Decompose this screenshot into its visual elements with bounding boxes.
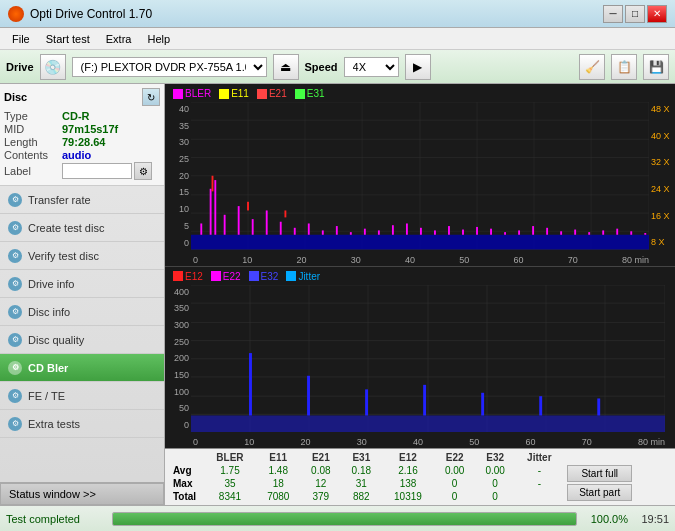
legend-e31-label: E31 xyxy=(307,88,325,99)
svg-rect-45 xyxy=(560,231,562,234)
sidebar-item-transfer-rate[interactable]: ⚙ Transfer rate xyxy=(0,186,164,214)
label-browse-button[interactable]: ⚙ xyxy=(134,162,152,180)
disc-length-key: Length xyxy=(4,136,62,148)
save-button[interactable]: 💾 xyxy=(643,54,669,80)
speed-select[interactable]: 4X xyxy=(344,57,399,77)
avg-e11: 1.48 xyxy=(256,464,301,477)
drive-label: Drive xyxy=(6,61,34,73)
data-table-container: BLER E11 E21 E31 E12 E22 E32 Jitter Avg xyxy=(165,448,675,505)
svg-rect-23 xyxy=(252,219,254,235)
svg-rect-43 xyxy=(532,226,534,235)
menu-help[interactable]: Help xyxy=(139,31,178,47)
sidebar-status: Status window >> xyxy=(0,482,164,505)
max-e21: 12 xyxy=(301,477,342,490)
verify-test-disc-icon: ⚙ xyxy=(8,249,22,263)
disc-mid-row: MID 97m15s17f xyxy=(4,123,160,135)
sidebar-item-cd-bler[interactable]: ⚙ CD Bler xyxy=(0,354,164,382)
svg-rect-49 xyxy=(616,229,618,235)
start-part-button[interactable]: Start part xyxy=(567,484,632,501)
avg-e21: 0.08 xyxy=(301,464,342,477)
disc-refresh-button[interactable]: ↻ xyxy=(142,88,160,106)
svg-rect-40 xyxy=(490,229,492,235)
label-input[interactable] xyxy=(62,163,132,179)
svg-rect-24 xyxy=(266,210,268,234)
svg-rect-48 xyxy=(602,230,604,234)
sidebar-item-extra-tests[interactable]: ⚙ Extra tests xyxy=(0,410,164,438)
svg-rect-29 xyxy=(336,226,338,235)
chart2-legend: E12 E22 E32 Jitter xyxy=(173,271,320,282)
svg-rect-79 xyxy=(597,398,600,415)
svg-rect-42 xyxy=(518,230,520,234)
title-bar: Opti Drive Control 1.70 ─ □ ✕ xyxy=(0,0,675,28)
close-button[interactable]: ✕ xyxy=(647,5,667,23)
minimize-button[interactable]: ─ xyxy=(603,5,623,23)
disc-quality-icon: ⚙ xyxy=(8,333,22,347)
sidebar-item-fe-te[interactable]: ⚙ FE / TE xyxy=(0,382,164,410)
avg-e32: 0.00 xyxy=(475,464,516,477)
sidebar-item-verify-test-disc[interactable]: ⚙ Verify test disc xyxy=(0,242,164,270)
drive-select[interactable]: (F:) PLEXTOR DVDR PX-755A 1.08 xyxy=(72,57,267,77)
erase-button[interactable]: 🧹 xyxy=(579,54,605,80)
max-e31: 31 xyxy=(341,477,382,490)
legend-jitter: Jitter xyxy=(286,271,320,282)
legend-e22-label: E22 xyxy=(223,271,241,282)
chart2-x-axis: 0 10 20 30 40 50 60 70 80 min xyxy=(193,437,665,447)
maximize-button[interactable]: □ xyxy=(625,5,645,23)
svg-rect-47 xyxy=(588,232,590,235)
total-e12: 10319 xyxy=(382,490,435,503)
extra-tests-label: Extra tests xyxy=(28,418,80,430)
disc-length-val: 79:28.64 xyxy=(62,136,105,148)
speed-label: Speed xyxy=(305,61,338,73)
status-time: 19:51 xyxy=(634,513,669,525)
col-header-btn1 xyxy=(563,451,671,464)
sidebar-item-drive-info[interactable]: ⚙ Drive info xyxy=(0,270,164,298)
speed-arrow-button[interactable]: ▶ xyxy=(405,54,431,80)
svg-rect-75 xyxy=(365,389,368,415)
disc-type-val: CD-R xyxy=(62,110,90,122)
disc-mid-key: MID xyxy=(4,123,62,135)
chart1-y-axis-left: 40 35 30 25 20 15 10 5 0 xyxy=(167,104,189,248)
avg-label: Avg xyxy=(169,464,204,477)
svg-rect-37 xyxy=(448,226,450,235)
disc-info-icon: ⚙ xyxy=(8,305,22,319)
sidebar-item-disc-quality[interactable]: ⚙ Disc quality xyxy=(0,326,164,354)
max-label: Max xyxy=(169,477,204,490)
legend-e12-label: E12 xyxy=(185,271,203,282)
total-bler: 8341 xyxy=(204,490,256,503)
disc-contents-row: Contents audio xyxy=(4,149,160,161)
menu-extra[interactable]: Extra xyxy=(98,31,140,47)
col-header-bler: BLER xyxy=(204,451,256,464)
legend-e21: E21 xyxy=(257,88,287,99)
total-label: Total xyxy=(169,490,204,503)
svg-rect-46 xyxy=(574,230,576,235)
cd-bler-icon: ⚙ xyxy=(8,361,22,375)
disc-type-row: Type CD-R xyxy=(4,110,160,122)
drive-info-icon: ⚙ xyxy=(8,277,22,291)
menu-file[interactable]: File xyxy=(4,31,38,47)
extra-tests-icon: ⚙ xyxy=(8,417,22,431)
start-full-button[interactable]: Start full xyxy=(567,465,632,482)
avg-e22: 0.00 xyxy=(434,464,475,477)
svg-rect-74 xyxy=(307,375,310,415)
title-text: Opti Drive Control 1.70 xyxy=(30,7,152,21)
chart1-y-axis-right: 48 X 40 X 32 X 24 X 16 X 8 X xyxy=(651,104,673,248)
total-e21: 379 xyxy=(301,490,342,503)
status-window-button[interactable]: Status window >> xyxy=(0,483,164,505)
svg-rect-35 xyxy=(420,228,422,235)
total-jitter xyxy=(515,490,563,503)
copy-button[interactable]: 📋 xyxy=(611,54,637,80)
svg-rect-25 xyxy=(280,222,282,235)
svg-rect-41 xyxy=(504,232,506,235)
sidebar-item-disc-info[interactable]: ⚙ Disc info xyxy=(0,298,164,326)
chart1-x-axis: 0 10 20 30 40 50 60 70 80 min xyxy=(193,255,649,265)
menu-bar: File Start test Extra Help xyxy=(0,28,675,50)
chart2-svg xyxy=(191,285,665,433)
svg-rect-50 xyxy=(630,231,632,234)
menu-start-test[interactable]: Start test xyxy=(38,31,98,47)
sidebar-item-create-test-disc[interactable]: ⚙ Create test disc xyxy=(0,214,164,242)
chart2-container: E12 E22 E32 Jitter 400 350 30 xyxy=(165,267,675,449)
max-e11: 18 xyxy=(256,477,301,490)
col-header-e11: E11 xyxy=(256,451,301,464)
svg-rect-44 xyxy=(546,228,548,235)
eject-button[interactable]: ⏏ xyxy=(273,54,299,80)
